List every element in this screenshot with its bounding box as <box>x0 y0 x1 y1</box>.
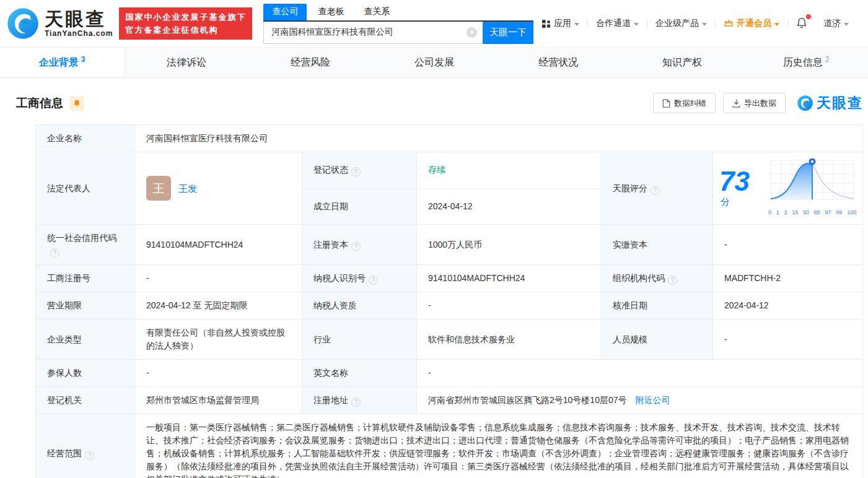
reg-capital-label-text: 注册资本 <box>313 240 348 250</box>
search-input[interactable] <box>264 22 483 43</box>
staff-size-label: 人员规模 <box>602 319 713 360</box>
help-icon[interactable]: ? <box>85 451 94 460</box>
chevron-down-icon <box>702 23 707 26</box>
table-row: 参保人数 - 英文名称 - <box>36 360 863 387</box>
score-axis-ticks: 01 315 5085 9799 100 <box>768 206 856 219</box>
top-menu: 应用 合作通道 企业级产品 开通会员 <box>533 17 857 31</box>
score-unit: 分 <box>721 196 730 207</box>
chevron-down-icon <box>844 23 849 26</box>
tab-count-badge: 3 <box>81 55 85 64</box>
search-tab-company[interactable]: 查公司 <box>263 4 307 20</box>
reg-address-label: 注册地址? <box>302 387 417 414</box>
nearby-companies-link[interactable]: 附近公司 <box>635 395 670 405</box>
clear-search-icon[interactable]: ✕ <box>467 27 477 38</box>
industry-label: 行业 <box>302 319 417 360</box>
tab-label: 经营风险 <box>291 56 330 69</box>
search-tab-boss[interactable]: 查老板 <box>309 4 353 20</box>
tianyancha-logo-icon <box>6 7 40 40</box>
document-icon <box>662 99 670 108</box>
biz-term-value: 2024-04-12 至 无固定期限 <box>135 292 302 319</box>
tab-history-info[interactable]: 历史信息 2 <box>744 48 868 77</box>
apps-grid-icon <box>541 19 551 28</box>
help-icon[interactable]: ? <box>369 276 378 285</box>
monitor-bell-button[interactable] <box>69 96 84 111</box>
company-name-value: 河南国科恒宣医疗科技有限公司 <box>135 125 863 152</box>
uscc-label: 统一社会信用代码? <box>36 225 135 265</box>
business-info-header: 工商信息 数据纠错 导出数据 天眼查 <box>0 78 868 122</box>
tab-label: 企业背景 <box>39 56 79 69</box>
badge-line1: 国家中小企业发展子基金旗下 <box>125 11 246 24</box>
data-correction-button[interactable]: 数据纠错 <box>653 93 716 113</box>
legal-rep-label: 法定代表人 <box>36 152 135 225</box>
approval-date-label: 核准日期 <box>602 292 713 319</box>
biz-scope-label-text: 经营范围 <box>47 448 82 458</box>
score-distribution-chart: 01 315 5085 9799 100 <box>768 157 856 219</box>
help-icon[interactable]: ? <box>351 398 361 407</box>
insured-value: - <box>135 360 302 387</box>
menu-cooperation[interactable]: 合作通道 <box>588 18 647 29</box>
tab-intellectual-property[interactable]: 知识产权 <box>620 48 744 77</box>
taxpayer-id-value: 91410104MADFTCHH24 <box>417 265 602 292</box>
data-correction-label: 数据纠错 <box>674 98 706 109</box>
help-icon[interactable]: ? <box>50 248 59 258</box>
taxpayer-quality-value: - <box>417 292 602 319</box>
help-icon[interactable]: ? <box>351 242 361 251</box>
paid-capital-label: 实缴资本 <box>602 225 713 265</box>
menu-apps-label: 应用 <box>554 18 571 29</box>
legal-rep-avatar[interactable]: 王 <box>146 176 171 201</box>
tab-company-background[interactable]: 企业背景 3 <box>0 48 125 77</box>
help-icon[interactable]: ? <box>351 167 361 176</box>
company-section-tabs: 企业背景 3 法律诉讼 经营风险 公司发展 经营状况 知识产权 历史信息 2 <box>0 47 868 78</box>
watermark-text: 天眼查 <box>817 93 863 113</box>
org-code-label-text: 组织机构代码 <box>613 273 665 283</box>
badge-line2: 官方备案企业征信机构 <box>125 24 246 37</box>
reg-status-label-text: 登记状态 <box>313 165 348 175</box>
reg-status-value: 存续 <box>417 152 602 189</box>
tianyancha-logo[interactable]: 天眼查 TianYanCha.com <box>6 7 113 40</box>
search-tab-relation[interactable]: 查关系 <box>355 4 398 20</box>
help-icon[interactable]: ? <box>668 276 677 285</box>
score-curve <box>768 157 856 202</box>
menu-vip-upgrade[interactable]: 开通会员 <box>716 18 787 29</box>
logo-title: 天眼查 <box>45 9 113 29</box>
watermark-logo: 天眼查 <box>797 93 863 113</box>
user-name: 道济 <box>823 18 841 29</box>
search-button[interactable]: 天眼一下 <box>483 22 533 44</box>
table-row: 法定代表人 王 王发 登记状态? 存续 天眼评分? 73分 <box>36 152 863 189</box>
company-type-value: 有限责任公司（非自然人投资或控股的法人独资） <box>135 319 302 360</box>
tab-count-badge: 2 <box>825 55 830 64</box>
english-name-label: 英文名称 <box>302 360 417 387</box>
chevron-down-icon <box>574 23 579 26</box>
tab-label: 法律诉讼 <box>167 56 206 69</box>
staff-size-value: - <box>713 319 863 360</box>
reg-no-value: - <box>135 265 302 292</box>
table-row: 经营范围? 一般项目：第一类医疗器械销售；第二类医疗器械销售；计算机软硬件及辅助… <box>36 414 863 478</box>
notifications-bell[interactable] <box>788 17 815 31</box>
tab-legal-proceedings[interactable]: 法律诉讼 <box>125 48 248 77</box>
biz-scope-label: 经营范围? <box>36 414 135 478</box>
establish-date-label: 成立日期 <box>302 188 417 225</box>
tianyancha-logo-icon <box>797 95 813 111</box>
help-icon[interactable]: ? <box>651 186 660 195</box>
score-value: 73分 <box>719 168 760 209</box>
menu-enterprise-products[interactable]: 企业级产品 <box>647 18 715 29</box>
table-row: 企业名称 河南国科恒宣医疗科技有限公司 <box>36 125 863 152</box>
tab-operating-status[interactable]: 经营状况 <box>496 48 620 77</box>
menu-apps[interactable]: 应用 <box>533 18 587 29</box>
table-row: 工商注册号 - 纳税人识别号? 91410104MADFTCHH24 组织机构代… <box>36 265 863 292</box>
tab-company-development[interactable]: 公司发展 <box>372 48 496 77</box>
org-code-value: MADFTCHH-2 <box>713 265 863 292</box>
reg-address-cell: 河南省郑州市管城回族区腾飞路2号10号楼10层07号 附近公司 <box>417 387 863 414</box>
business-info-table: 企业名称 河南国科恒宣医疗科技有限公司 法定代表人 王 王发 登记状态? 存续 … <box>35 124 863 478</box>
chevron-down-icon <box>634 23 639 26</box>
user-menu[interactable]: 道济 <box>815 18 857 29</box>
menu-vip-label: 开通会员 <box>737 18 771 29</box>
paid-capital-value: - <box>713 225 863 265</box>
reg-address-value: 河南省郑州市管城回族区腾飞路2号10号楼10层07号 <box>428 395 627 405</box>
tab-label: 历史信息 <box>783 56 823 69</box>
industry-value: 软件和信息技术服务业 <box>417 319 602 360</box>
tab-operation-risk[interactable]: 经营风险 <box>248 48 372 77</box>
legal-rep-link[interactable]: 王发 <box>178 182 197 195</box>
approval-date-value: 2024-04-12 <box>713 292 863 319</box>
export-data-button[interactable]: 导出数据 <box>723 93 786 113</box>
